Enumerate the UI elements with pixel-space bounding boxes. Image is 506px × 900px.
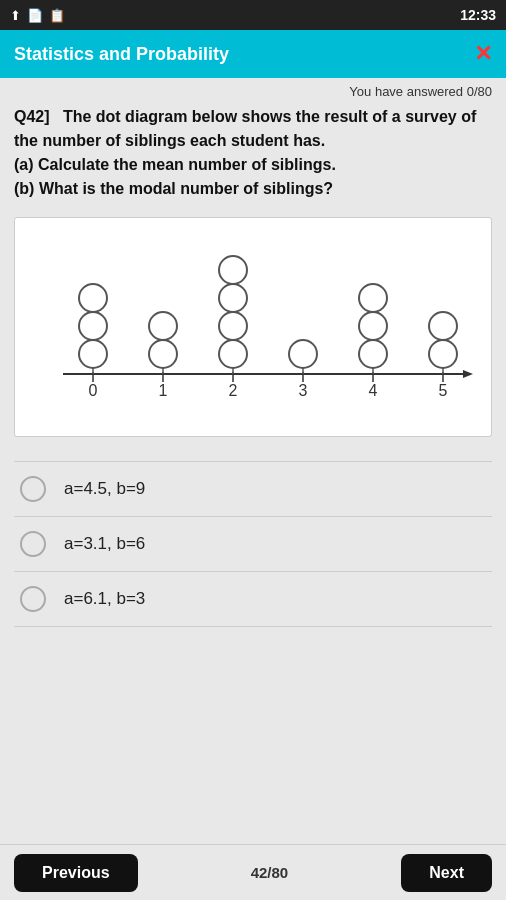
radio-1[interactable]	[20, 476, 46, 502]
svg-marker-1	[463, 370, 473, 378]
svg-point-26	[359, 284, 387, 312]
svg-point-22	[219, 256, 247, 284]
svg-point-21	[219, 284, 247, 312]
svg-point-18	[149, 312, 177, 340]
usb-icon: ⬆	[10, 8, 21, 23]
radio-3[interactable]	[20, 586, 46, 612]
svg-text:4: 4	[369, 382, 378, 399]
svg-text:2: 2	[229, 382, 238, 399]
svg-text:5: 5	[439, 382, 448, 399]
status-bar: ⬆ 📄 📋 12:33	[0, 0, 506, 30]
option-3-label: a=6.1, b=3	[64, 589, 145, 609]
svg-point-17	[149, 340, 177, 368]
option-2-label: a=3.1, b=6	[64, 534, 145, 554]
option-2[interactable]: a=3.1, b=6	[14, 517, 492, 572]
document-icon: 📄	[27, 8, 43, 23]
page-title: Statistics and Probability	[14, 44, 229, 65]
dot-diagram-box: 0 1 2 3 4 5	[14, 217, 492, 437]
bottom-bar: Previous 42/80 Next	[0, 844, 506, 900]
progress-text: You have answered 0/80	[0, 78, 506, 101]
svg-text:3: 3	[299, 382, 308, 399]
radio-2[interactable]	[20, 531, 46, 557]
content-area: You have answered 0/80 Q42] The dot diag…	[0, 78, 506, 844]
close-button[interactable]: ✕	[474, 43, 492, 65]
dot-diagram-svg: 0 1 2 3 4 5	[33, 234, 473, 424]
options-list: a=4.5, b=9 a=3.1, b=6 a=6.1, b=3	[0, 453, 506, 627]
svg-point-19	[219, 340, 247, 368]
option-1-label: a=4.5, b=9	[64, 479, 145, 499]
svg-point-24	[359, 340, 387, 368]
svg-point-28	[429, 312, 457, 340]
option-3[interactable]: a=6.1, b=3	[14, 572, 492, 627]
radio-inner-2	[28, 539, 38, 549]
title-bar: Statistics and Probability ✕	[0, 30, 506, 78]
clipboard-icon: 📋	[49, 8, 65, 23]
status-icons: ⬆ 📄 📋	[10, 8, 65, 23]
svg-point-15	[79, 312, 107, 340]
svg-point-23	[289, 340, 317, 368]
page-info: 42/80	[251, 864, 289, 881]
next-button[interactable]: Next	[401, 854, 492, 892]
svg-point-16	[79, 284, 107, 312]
svg-point-20	[219, 312, 247, 340]
radio-inner-1	[28, 484, 38, 494]
radio-inner-3	[28, 594, 38, 604]
svg-point-25	[359, 312, 387, 340]
previous-button[interactable]: Previous	[14, 854, 138, 892]
svg-text:1: 1	[159, 382, 168, 399]
svg-point-27	[429, 340, 457, 368]
status-time: 12:33	[460, 7, 496, 23]
question-text: Q42] The dot diagram below shows the res…	[0, 101, 506, 213]
svg-point-14	[79, 340, 107, 368]
option-1[interactable]: a=4.5, b=9	[14, 461, 492, 517]
svg-text:0: 0	[89, 382, 98, 399]
